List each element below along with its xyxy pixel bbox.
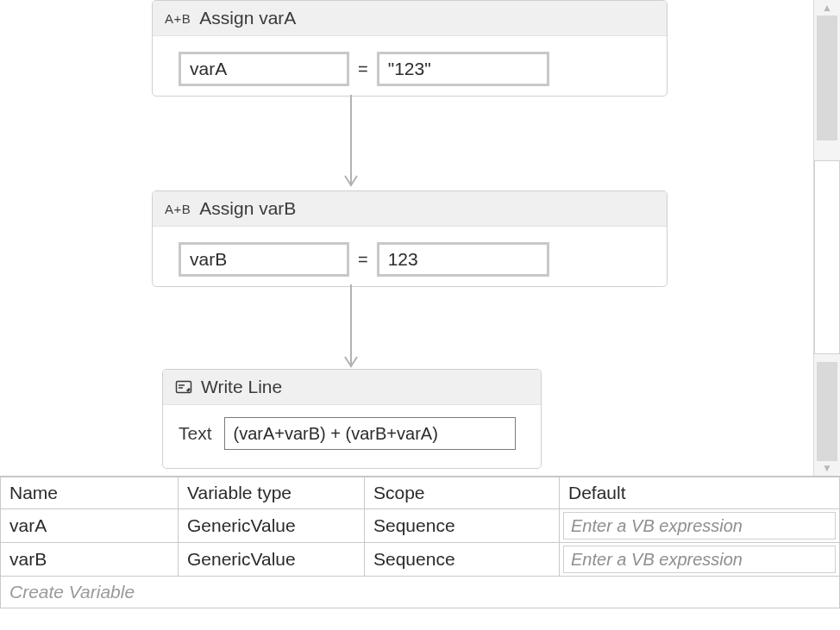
arrow-down-icon [344,356,358,368]
activity-title: Assign varA [199,8,296,28]
flow-connector [350,95,352,186]
var-default-cell[interactable]: Enter a VB expression [560,543,840,577]
col-header-scope[interactable]: Scope [365,477,560,509]
activity-body: Text (varA+varB) + (varB+varA) [163,405,541,462]
scroll-up-arrow-icon[interactable]: ▲ [814,0,840,16]
workflow-designer: A+B Assign varA varA = "123" A+B Assign … [0,0,840,630]
assign-equals: = [356,250,370,270]
activity-header[interactable]: A+B Assign varB [153,191,667,227]
flow-connector [350,284,352,367]
assign-to-field[interactable]: varB [179,242,349,277]
scroll-thumb[interactable] [817,362,837,461]
scroll-thumb[interactable] [817,16,837,140]
var-name-cell[interactable]: varA [1,509,179,543]
assign-value-field[interactable]: 123 [377,242,549,277]
var-name-cell[interactable]: varB [1,543,179,577]
create-variable-label[interactable]: Create Variable [1,577,840,608]
activity-title: Write Line [201,377,282,397]
var-type-cell[interactable]: GenericValue [179,543,365,577]
default-expression-input[interactable]: Enter a VB expression [563,546,836,573]
col-header-name[interactable]: Name [1,477,179,509]
arrow-down-icon [344,175,358,187]
write-line-icon [175,378,192,396]
variables-table: Name Variable type Scope Default varA Ge… [0,477,840,608]
variables-panel: Name Variable type Scope Default varA Ge… [0,476,840,630]
table-row[interactable]: varA GenericValue Sequence Enter a VB ex… [1,509,840,543]
var-scope-cell[interactable]: Sequence [365,509,560,543]
assign-to-field[interactable]: varA [179,52,349,86]
scroll-down-arrow-icon[interactable]: ▼ [814,460,840,476]
col-header-type[interactable]: Variable type [179,477,365,509]
activity-header[interactable]: A+B Assign varA [153,1,667,36]
designer-canvas-area: A+B Assign varA varA = "123" A+B Assign … [0,0,840,476]
vertical-scrollbar[interactable]: ▲ ▼ [813,0,840,476]
write-line-text-field[interactable]: (varA+varB) + (varB+varA) [224,417,516,450]
var-default-cell[interactable]: Enter a VB expression [560,509,840,543]
write-line-activity[interactable]: Write Line Text (varA+varB) + (varB+varA… [162,369,542,469]
activity-body: varA = "123" [153,36,667,102]
var-scope-cell[interactable]: Sequence [365,543,560,577]
var-type-cell[interactable]: GenericValue [179,509,365,543]
create-variable-row[interactable]: Create Variable [1,577,840,608]
assign-value-field[interactable]: "123" [377,52,549,86]
designer-canvas[interactable]: A+B Assign varA varA = "123" A+B Assign … [0,0,813,476]
assign-icon: A+B [165,202,191,216]
table-row[interactable]: varB GenericValue Sequence Enter a VB ex… [1,543,840,577]
col-header-default[interactable]: Default [560,477,840,509]
activity-body: varB = 123 [153,227,667,292]
assign-activity-varA[interactable]: A+B Assign varA varA = "123" [152,0,668,97]
assign-icon: A+B [165,11,191,26]
variables-header-row: Name Variable type Scope Default [1,477,840,509]
assign-equals: = [356,59,370,79]
assign-activity-varB[interactable]: A+B Assign varB varB = 123 [152,190,668,287]
activity-header[interactable]: Write Line [163,370,541,405]
activity-title: Assign varB [199,198,296,219]
default-expression-input[interactable]: Enter a VB expression [563,512,836,540]
text-label: Text [179,423,212,444]
scroll-thumb[interactable] [814,160,840,354]
